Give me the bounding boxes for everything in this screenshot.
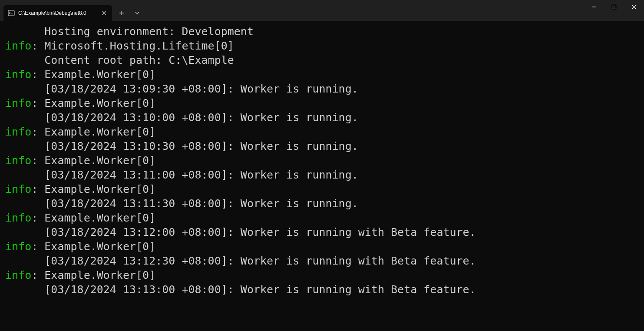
- log-level-info: info: [5, 269, 31, 281]
- log-line: info: Example.Worker[0]: [5, 67, 639, 82]
- tab-active[interactable]: C:\Example\bin\Debug\net8.0: [3, 5, 112, 21]
- log-line: [03/18/2024 13:12:00 +08:00]: Worker is …: [5, 225, 639, 239]
- log-line: [03/18/2024 13:09:30 +08:00]: Worker is …: [5, 82, 639, 96]
- close-window-button[interactable]: [624, 0, 644, 14]
- log-line: info: Example.Worker[0]: [5, 153, 639, 168]
- log-source: : Example.Worker[0]: [31, 97, 155, 109]
- log-line: [03/18/2024 13:13:00 +08:00]: Worker is …: [5, 282, 639, 297]
- log-line: info: Microsoft.Hosting.Lifetime[0]: [5, 39, 639, 53]
- log-level-info: info: [5, 126, 31, 138]
- log-line: info: Example.Worker[0]: [5, 268, 639, 282]
- svg-rect-0: [8, 10, 14, 16]
- tab-title: C:\Example\bin\Debug\net8.0: [18, 10, 97, 16]
- log-message: [03/18/2024 13:11:00 +08:00]: Worker is …: [5, 169, 358, 181]
- log-line: [03/18/2024 13:11:30 +08:00]: Worker is …: [5, 196, 639, 211]
- log-message: [03/18/2024 13:09:30 +08:00]: Worker is …: [5, 83, 358, 95]
- log-line: Hosting environment: Development: [5, 24, 639, 39]
- log-level-info: info: [5, 240, 31, 253]
- log-message: [03/18/2024 13:11:30 +08:00]: Worker is …: [5, 197, 358, 210]
- log-message: [03/18/2024 13:12:30 +08:00]: Worker is …: [5, 255, 476, 267]
- log-message: Content root path: C:\Example: [5, 54, 234, 66]
- log-message: [03/18/2024 13:13:00 +08:00]: Worker is …: [5, 283, 476, 296]
- log-message: [03/18/2024 13:12:00 +08:00]: Worker is …: [5, 226, 476, 238]
- log-line: [03/18/2024 13:10:00 +08:00]: Worker is …: [5, 110, 639, 125]
- tab-row: C:\Example\bin\Debug\net8.0: [0, 0, 145, 21]
- log-line: info: Example.Worker[0]: [5, 182, 639, 196]
- log-line: [03/18/2024 13:12:30 +08:00]: Worker is …: [5, 254, 639, 268]
- log-source: : Example.Worker[0]: [31, 212, 155, 224]
- svg-rect-7: [612, 5, 616, 9]
- log-source: : Example.Worker[0]: [31, 240, 155, 253]
- log-source: : Example.Worker[0]: [31, 126, 155, 138]
- log-message: Hosting environment: Development: [5, 25, 254, 38]
- log-source: : Example.Worker[0]: [31, 269, 155, 281]
- log-line: Content root path: C:\Example: [5, 53, 639, 67]
- log-source: : Example.Worker[0]: [31, 68, 155, 81]
- titlebar: C:\Example\bin\Debug\net8.0: [0, 0, 644, 21]
- minimize-button[interactable]: [584, 0, 604, 14]
- log-level-info: info: [5, 97, 31, 109]
- log-level-info: info: [5, 183, 31, 195]
- log-message: [03/18/2024 13:10:30 +08:00]: Worker is …: [5, 140, 358, 152]
- log-source: : Microsoft.Hosting.Lifetime[0]: [31, 40, 234, 52]
- log-level-info: info: [5, 154, 31, 167]
- log-line: [03/18/2024 13:11:00 +08:00]: Worker is …: [5, 168, 639, 182]
- close-tab-icon[interactable]: [101, 10, 108, 17]
- log-level-info: info: [5, 68, 31, 81]
- maximize-icon: [612, 5, 616, 9]
- log-line: [03/18/2024 13:10:30 +08:00]: Worker is …: [5, 139, 639, 153]
- tab-dropdown-button[interactable]: [129, 5, 145, 21]
- terminal-icon: [8, 10, 15, 17]
- chevron-down-icon: [135, 12, 139, 14]
- maximize-button[interactable]: [604, 0, 624, 14]
- minimize-icon: [592, 5, 596, 9]
- plus-icon: [119, 10, 124, 16]
- window-controls: [584, 0, 644, 17]
- log-line: info: Example.Worker[0]: [5, 239, 639, 254]
- log-line: info: Example.Worker[0]: [5, 211, 639, 225]
- log-message: [03/18/2024 13:10:00 +08:00]: Worker is …: [5, 111, 358, 124]
- log-level-info: info: [5, 40, 31, 52]
- log-level-info: info: [5, 212, 31, 224]
- log-line: info: Example.Worker[0]: [5, 96, 639, 110]
- log-source: : Example.Worker[0]: [31, 183, 155, 195]
- new-tab-button[interactable]: [114, 5, 129, 21]
- log-source: : Example.Worker[0]: [31, 154, 155, 167]
- log-line: info: Example.Worker[0]: [5, 125, 639, 139]
- terminal-output[interactable]: Hosting environment: Developmentinfo: Mi…: [0, 21, 644, 297]
- close-icon: [632, 5, 636, 9]
